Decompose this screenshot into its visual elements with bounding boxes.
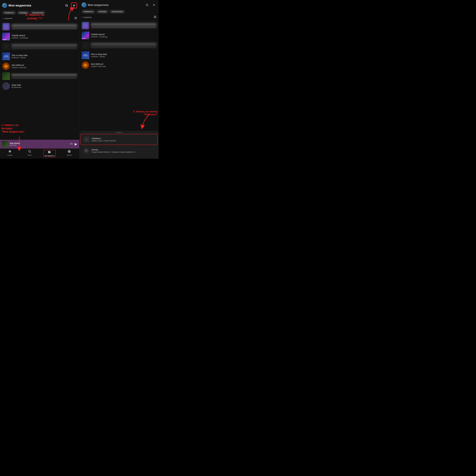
avatar <box>82 2 86 7</box>
list-item[interactable]: ♩ ████████████ ████████ <box>0 41 79 51</box>
header-right <box>145 2 156 7</box>
svg-rect-22 <box>154 17 155 18</box>
nav-library[interactable]: Моя медиатека <box>40 150 59 157</box>
item-info: ████████████ ████████ <box>12 44 77 49</box>
item-info: THERE NIGHT Плейлист • yoshibang <box>12 34 77 39</box>
add-button-right[interactable] <box>152 2 156 7</box>
list-item[interactable]: ♩ ████████████ ████████ <box>79 40 159 50</box>
search-button-right[interactable] <box>145 2 150 7</box>
header-left: Моя медиатека <box>82 2 108 7</box>
item-thumbnail <box>82 22 89 29</box>
item-thumbnail <box>2 82 10 90</box>
svg-point-16 <box>146 4 148 6</box>
item-name: THERE NIGHT <box>12 34 77 37</box>
item-thumbnail: THIS ISStray Kids <box>82 51 89 59</box>
item-thumbnail: ♩ <box>2 43 10 50</box>
list-item[interactable]: ████████ ████████ <box>0 22 79 32</box>
header-right <box>64 2 77 9</box>
filter-playlists-right[interactable]: Плейлисты <box>82 10 95 14</box>
item-info: SKZ-REPLAY Альбом • Stray Kids <box>12 64 77 68</box>
left-panel: Моя медиатека Плейлисты Альбомы Исполнит… <box>0 0 79 159</box>
svg-rect-6 <box>75 18 75 19</box>
page-title: Моя медиатека <box>88 3 108 7</box>
item-meta: Плейлист • yoshibang <box>12 37 77 39</box>
item-meta: ████ <box>12 77 77 79</box>
item-info: This Is Stray Kids Плейлист • Spotify <box>12 54 77 59</box>
filter-bar: Плейлисты Альбомы Исполнители <box>0 10 79 16</box>
grid-view-icon-right[interactable] <box>154 16 156 19</box>
nav-home[interactable]: Главная <box>0 150 20 157</box>
item-meta: Плейлист • Spotify <box>12 57 77 59</box>
list-item[interactable]: Stray Kids Исполнитель <box>0 81 79 91</box>
list-item[interactable]: SKZREPLAY SKZ-REPLAY Альбом • Stray Kids <box>0 61 79 71</box>
sheet-item-playlist[interactable]: ♩ Плейлист Добавь треки в новый плейлист <box>81 134 158 145</box>
connect-icon[interactable] <box>70 142 73 146</box>
filter-playlists[interactable]: Плейлисты <box>2 11 16 15</box>
filter-albums-right[interactable]: Альбомы <box>96 10 108 14</box>
list-item[interactable]: THIS ISStray Kids This Is Stray Kids Пле… <box>79 50 159 60</box>
sort-label-right: Недавние <box>84 16 92 18</box>
nav-home-label: Главная <box>7 154 13 156</box>
sintez-icon: ⊘ <box>83 148 89 154</box>
list-item[interactable]: sound THERE NIGHT Плейлист • yoshibang <box>79 31 159 40</box>
item-info: ████████ ████ <box>12 74 77 79</box>
list-item[interactable]: sound THERE NIGHT Плейлист • yoshibang <box>0 32 79 41</box>
add-button[interactable] <box>71 2 77 9</box>
item-info: This Is Stray Kids Плейлист • Spotify <box>91 53 157 58</box>
header-left: Моя медиатека <box>2 3 31 8</box>
nav-search[interactable]: Поиск <box>20 150 40 157</box>
playlist-icon: ♩ <box>84 136 90 142</box>
now-playing-thumb <box>2 141 8 147</box>
now-playing-title: THE SOUND <box>10 142 68 144</box>
item-meta: ████████ <box>91 46 157 48</box>
item-meta: ████████ <box>12 27 77 29</box>
list-item[interactable]: THIS ISStray Kids This Is Stray Kids Пле… <box>0 51 79 61</box>
item-name: ████████████ <box>91 43 157 45</box>
left-header: Моя медиатека <box>0 0 79 10</box>
search-button[interactable] <box>64 3 69 8</box>
item-name: ████████ <box>91 23 157 26</box>
item-info: THERE NIGHT Плейлист • yoshibang <box>91 33 157 38</box>
grid-view-icon[interactable] <box>74 17 77 20</box>
spotify-icon <box>68 150 71 154</box>
filter-artists[interactable]: Исполнители <box>30 11 46 15</box>
nav-library-label: Моя медиатека <box>45 155 54 156</box>
sort-bar-right: ↕ Недавние <box>79 15 159 20</box>
item-meta: Исполнитель <box>12 86 77 88</box>
home-icon <box>8 150 12 154</box>
nav-premium[interactable]: Premium <box>59 150 79 157</box>
item-info: ████████████ ████████ <box>91 43 157 48</box>
svg-rect-4 <box>75 17 75 18</box>
filter-albums[interactable]: Альбомы <box>17 11 29 15</box>
list-item[interactable]: ████████ ████████ <box>79 21 159 31</box>
now-playing-info: THE SOUND Stray Kids <box>10 142 68 146</box>
now-playing-bar[interactable]: THE SOUND Stray Kids ▶ <box>0 140 79 149</box>
item-thumbnail: ♩ <box>82 41 89 49</box>
play-button[interactable]: ▶ <box>75 142 77 146</box>
svg-point-10 <box>29 150 31 152</box>
sheet-item-sintez[interactable]: ⊘ Синтез Создай общий плейлист с треками… <box>81 145 158 156</box>
filter-artists-right[interactable]: Исполнители <box>110 10 125 14</box>
list-item[interactable]: ████████ ████ <box>0 71 79 81</box>
item-info: Stray Kids Исполнитель <box>12 84 77 88</box>
svg-rect-23 <box>155 17 156 18</box>
sheet-item-info: Плейлист Добавь треки в новый плейлист <box>92 137 116 142</box>
svg-rect-21 <box>155 16 156 17</box>
item-thumbnail: sound <box>82 32 89 39</box>
list-item[interactable]: SKZREPLAY SKZ-REPLAY Альбом • Stray Kids <box>79 60 159 70</box>
svg-line-1 <box>67 6 68 7</box>
nav-search-label: Поиск <box>28 154 32 156</box>
sort-icon: ↕ <box>2 17 3 20</box>
item-meta: Добавь треки в новый плейлист <box>92 140 116 142</box>
sort-left-right[interactable]: ↕ Недавние <box>82 16 92 18</box>
svg-point-0 <box>66 4 67 6</box>
item-meta: Создай общий плейлист с треками, которые… <box>91 151 136 153</box>
item-name: SKZ-REPLAY <box>91 63 157 65</box>
sort-left[interactable]: ↕ Недавние <box>2 17 12 20</box>
item-thumbnail: SKZREPLAY <box>82 61 89 69</box>
item-thumbnail <box>2 23 10 31</box>
svg-rect-13 <box>49 151 50 153</box>
avatar[interactable] <box>2 3 7 8</box>
svg-point-15 <box>68 150 71 153</box>
item-meta: Плейлист • Spotify <box>91 56 157 58</box>
